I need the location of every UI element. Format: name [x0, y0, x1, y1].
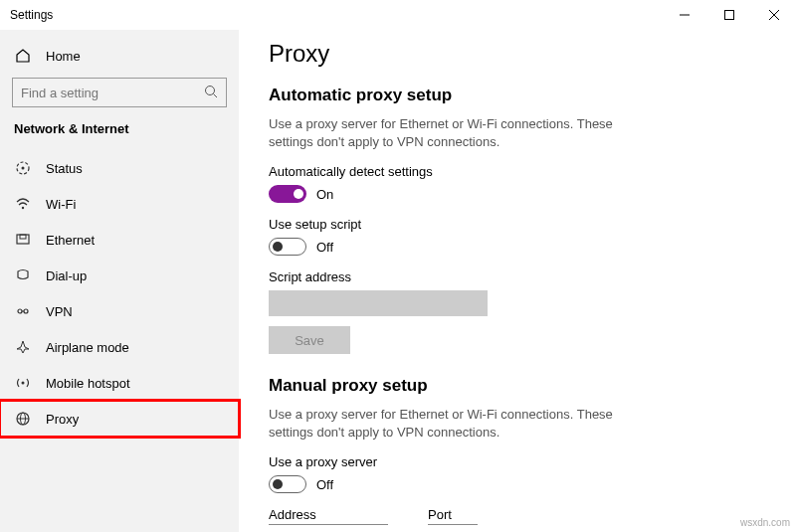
- watermark: wsxdn.com: [740, 517, 790, 528]
- sidebar: Home Network & Internet Status Wi-Fi Eth…: [0, 30, 239, 532]
- sidebar-item-vpn[interactable]: VPN: [0, 293, 239, 329]
- vpn-icon: [14, 303, 32, 319]
- use-proxy-toggle[interactable]: [269, 475, 306, 493]
- sidebar-item-label: Mobile hotspot: [46, 376, 130, 391]
- dialup-icon: [14, 267, 32, 283]
- svg-rect-10: [20, 235, 26, 239]
- maximize-button[interactable]: [706, 0, 751, 30]
- address-label: Address: [269, 507, 388, 525]
- svg-point-7: [22, 167, 25, 170]
- svg-point-14: [22, 382, 25, 385]
- proxy-icon: [14, 411, 32, 427]
- auto-proxy-desc: Use a proxy server for Ethernet or Wi-Fi…: [269, 115, 647, 150]
- wifi-icon: [14, 196, 32, 212]
- sidebar-item-airplane[interactable]: Airplane mode: [0, 329, 239, 365]
- use-script-toggle[interactable]: [269, 238, 306, 256]
- main-content: Proxy Automatic proxy setup Use a proxy …: [239, 30, 796, 532]
- status-icon: [14, 160, 32, 176]
- script-address-label: Script address: [269, 269, 766, 284]
- sidebar-item-label: Status: [46, 161, 83, 176]
- use-proxy-state: Off: [316, 477, 333, 492]
- manual-proxy-desc: Use a proxy server for Ethernet or Wi-Fi…: [269, 406, 647, 441]
- titlebar: Settings: [0, 0, 796, 30]
- sidebar-item-hotspot[interactable]: Mobile hotspot: [0, 365, 239, 401]
- sidebar-item-label: Dial-up: [46, 268, 87, 283]
- ethernet-icon: [14, 232, 32, 248]
- sidebar-item-label: VPN: [46, 304, 73, 319]
- sidebar-item-label: Ethernet: [46, 233, 95, 248]
- hotspot-icon: [14, 375, 32, 391]
- window-controls: [662, 0, 796, 30]
- svg-point-11: [18, 309, 22, 313]
- sidebar-item-label: Proxy: [46, 412, 79, 427]
- sidebar-item-label: Airplane mode: [46, 340, 129, 355]
- minimize-button[interactable]: [662, 0, 706, 30]
- svg-point-4: [206, 86, 215, 94]
- sidebar-item-ethernet[interactable]: Ethernet: [0, 222, 239, 258]
- save-button[interactable]: Save: [269, 326, 350, 354]
- use-proxy-label: Use a proxy server: [269, 454, 766, 469]
- auto-detect-toggle[interactable]: [269, 185, 306, 203]
- page-title: Proxy: [269, 40, 766, 68]
- auto-detect-label: Automatically detect settings: [269, 164, 766, 179]
- sidebar-item-wifi[interactable]: Wi-Fi: [0, 186, 239, 222]
- use-script-label: Use setup script: [269, 217, 766, 232]
- auto-proxy-heading: Automatic proxy setup: [269, 86, 766, 105]
- home-nav[interactable]: Home: [0, 40, 239, 72]
- auto-detect-state: On: [316, 187, 333, 202]
- home-label: Home: [46, 49, 81, 64]
- airplane-icon: [14, 339, 32, 355]
- svg-line-5: [214, 93, 218, 97]
- port-label: Port: [428, 507, 478, 525]
- sidebar-item-label: Wi-Fi: [46, 197, 76, 212]
- sidebar-item-status[interactable]: Status: [0, 150, 239, 186]
- window-title: Settings: [10, 8, 53, 22]
- use-script-state: Off: [316, 240, 333, 255]
- search-icon: [204, 85, 218, 101]
- svg-rect-1: [724, 11, 733, 20]
- category-heading: Network & Internet: [0, 121, 239, 150]
- search-box[interactable]: [12, 78, 227, 107]
- svg-point-12: [24, 309, 28, 313]
- svg-point-8: [22, 207, 24, 209]
- close-button[interactable]: [751, 0, 796, 30]
- manual-proxy-heading: Manual proxy setup: [269, 376, 766, 396]
- home-icon: [14, 48, 32, 64]
- search-input[interactable]: [21, 86, 204, 100]
- sidebar-item-dialup[interactable]: Dial-up: [0, 258, 239, 293]
- sidebar-item-proxy[interactable]: Proxy: [0, 401, 239, 437]
- script-address-input[interactable]: [269, 290, 488, 316]
